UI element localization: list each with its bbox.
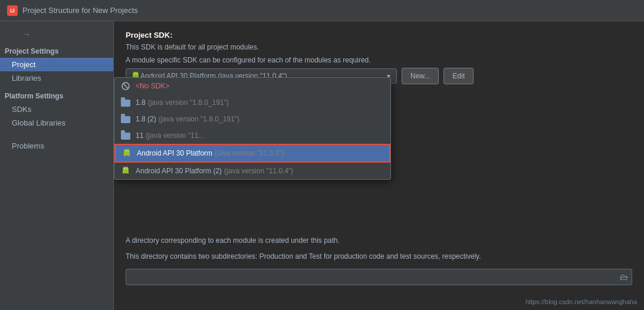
sidebar-item-project[interactable]: Project [0,58,113,71]
android-icon-2 [120,166,131,176]
svg-point-5 [136,73,137,74]
back-arrow[interactable]: ← [5,28,18,40]
path-input[interactable] [130,271,620,283]
main-layout: ← → Project Settings Project Libraries P… [0,21,644,310]
no-sdk-label: <No SDK> [136,82,169,90]
content-area: Project SDK: This SDK is default for all… [114,21,644,310]
svg-point-23 [126,168,127,169]
watermark: https://blog.csdn.net/hanhanwanghaha [525,298,637,305]
dropdown-item-android30-selected[interactable]: Android API 30 Platform (java version "1… [114,144,390,163]
svg-text:IJ: IJ [10,8,15,14]
dropdown-item-no-sdk[interactable]: <No SDK> [114,78,390,94]
sdk-dropdown-list: <No SDK> 1.8 (java version "1.8.0_191") … [114,77,391,180]
folder-icon-3 [120,130,131,141]
android-icon-selected [121,148,132,159]
sidebar: ← → Project Settings Project Libraries P… [0,21,114,310]
forward-arrow[interactable]: → [20,28,33,40]
svg-point-14 [125,150,126,151]
platform-settings-header: Platform Settings [0,90,113,103]
svg-line-16 [124,149,125,150]
dropdown-item-java18-2[interactable]: 1.8 (2) (java version "1.8.0_191") [114,111,390,127]
dropdown-item-java18-1[interactable]: 1.8 (java version "1.8.0_191") [114,94,390,111]
path-row: 🗁 [126,269,632,285]
svg-rect-27 [127,172,129,174]
svg-point-22 [124,168,125,169]
svg-line-17 [129,149,129,150]
sdk-label: Project SDK: [126,31,632,39]
new-button[interactable]: New... [402,68,439,84]
title-bar: IJ Project Structure for New Projects [0,0,644,21]
folder-icon-2 [120,114,131,124]
no-sdk-icon [120,81,131,91]
edit-button[interactable]: Edit [443,68,474,84]
svg-line-7 [137,72,138,73]
svg-rect-19 [129,154,130,156]
svg-line-24 [123,167,124,168]
svg-point-15 [127,150,129,151]
sdk-desc1: This SDK is default for all project modu… [126,42,632,52]
app-icon: IJ [7,5,18,16]
sidebar-item-sdks[interactable]: SDKs [0,103,113,116]
svg-line-11 [123,84,128,88]
dropdown-item-java11[interactable]: 11 (java version "11... [114,127,386,144]
dropdown-item-android30-2[interactable]: Android API 30 Platform (2) (java versio… [114,163,390,179]
sidebar-item-problems[interactable]: Problems [0,139,113,153]
svg-rect-18 [124,154,125,156]
sidebar-item-global-libraries[interactable]: Global Libraries [0,116,113,130]
window-title: Project Structure for New Projects [22,6,138,15]
project-settings-header: Project Settings [0,45,113,58]
sidebar-item-libraries[interactable]: Libraries [0,71,113,85]
browse-folder-icon[interactable]: 🗁 [620,272,628,282]
info-text2: This directory contains two subdirectori… [126,251,632,262]
sdk-desc2: A module specific SDK can be configured … [126,55,632,65]
svg-line-6 [133,72,134,73]
svg-point-4 [134,73,135,74]
svg-rect-26 [123,172,124,174]
svg-line-25 [127,167,128,168]
nav-arrows: ← → [0,26,113,45]
info-text1: A directory corresponding to each module… [126,235,632,246]
folder-icon-1 [120,97,131,108]
